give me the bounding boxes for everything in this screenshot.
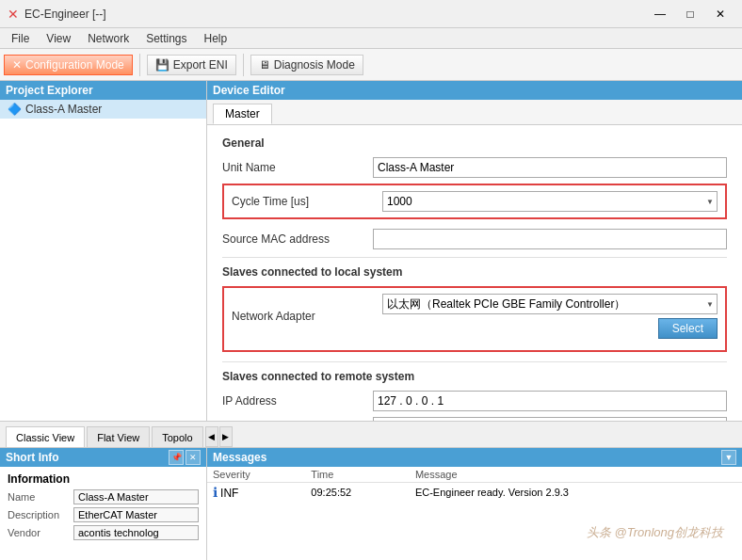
network-adapter-section: Network Adapter 以太网（Realtek PCIe GBE Fam… (222, 286, 727, 352)
short-info-title: Short Info (6, 451, 59, 464)
msg-severity-text: INF (220, 487, 238, 500)
app-icon: ✕ (8, 7, 19, 22)
msg-severity: ℹ INF (207, 483, 305, 503)
messages-header: Messages ▼ (207, 448, 742, 467)
short-info-panel: Short Info 📌 ✕ Information Name Class-A … (0, 448, 207, 560)
msg-time: 09:25:52 (305, 483, 410, 503)
left-panel: Project Explorer 🔷 Class-A Master (0, 81, 207, 421)
general-section-title: General (222, 136, 727, 150)
messages-title: Messages (213, 451, 266, 464)
tab-master[interactable]: Master (213, 104, 272, 124)
toolbar-separator-1 (139, 54, 140, 76)
title-bar: ✕ EC-Engineer [--] — □ ✕ (0, 0, 742, 28)
messages-close-button[interactable]: ▼ (721, 450, 736, 465)
info-name-label: Name (8, 491, 73, 503)
right-panel: Device Editor Master General Unit Name (207, 81, 742, 421)
config-mode-label: Configuration Mode (25, 58, 124, 72)
info-desc-value: EtherCAT Master (73, 507, 199, 522)
config-icon: ✕ (12, 58, 22, 72)
project-explorer: Project Explorer 🔷 Class-A Master (0, 81, 207, 421)
messages-panel: Messages ▼ Severity Time Message ℹ INF (207, 448, 742, 560)
menu-settings[interactable]: Settings (138, 30, 194, 47)
menu-bar: File View Network Settings Help (0, 28, 742, 49)
menu-file[interactable]: File (4, 30, 37, 47)
source-mac-row: Source MAC address (222, 229, 727, 249)
unit-name-input[interactable] (373, 157, 727, 178)
short-info-content: Information Name Class-A Master Descript… (0, 467, 206, 549)
bottom-tabs: Classic View Flat View Topolo ◀ ▶ (0, 421, 742, 447)
network-adapter-controls: 以太网（Realtek PCIe GBE Family Controller） … (382, 294, 718, 339)
app-title: EC-Engineer [--] (24, 8, 106, 21)
network-adapter-row: Network Adapter 以太网（Realtek PCIe GBE Fam… (232, 294, 718, 339)
tab-classic-view[interactable]: Classic View (6, 426, 85, 447)
divider-1 (222, 257, 727, 258)
ip-address-row: IP Address (222, 391, 727, 411)
cycle-time-label: Cycle Time [us] (232, 195, 382, 208)
diagnosis-mode-button[interactable]: 🖥 Diagnosis Mode (250, 55, 363, 75)
diag-label: Diagnosis Mode (274, 58, 355, 72)
network-select-button[interactable]: Select (658, 318, 718, 339)
slaves-local-title: Slaves connected to local system (222, 265, 727, 279)
info-vendor-label: Vendor (8, 527, 73, 538)
config-mode-button[interactable]: ✕ Configuration Mode (4, 55, 133, 75)
toolbar-separator-2 (243, 54, 244, 76)
close-button[interactable]: ✕ (706, 4, 734, 24)
info-vendor-row: Vendor acontis technolog (8, 525, 199, 540)
short-info-close-button[interactable]: ✕ (186, 450, 201, 465)
short-info-pin-button[interactable]: 📌 (169, 450, 184, 465)
ip-address-input[interactable] (373, 391, 727, 411)
tab-next-button[interactable]: ▶ (219, 426, 233, 447)
minimize-button[interactable]: — (646, 4, 674, 24)
menu-view[interactable]: View (39, 30, 78, 47)
diag-icon: 🖥 (259, 58, 270, 72)
unit-name-row: Unit Name (222, 157, 727, 178)
select-btn-row: Select (382, 318, 718, 339)
device-editor-header: Device Editor (207, 81, 742, 100)
export-eni-button[interactable]: 💾 Export ENI (147, 55, 236, 75)
messages-table: Severity Time Message ℹ INF 09:25:52 EC-… (207, 467, 742, 502)
window-controls: — □ ✕ (646, 4, 734, 24)
tab-topolo[interactable]: Topolo (152, 426, 202, 447)
short-info-header: Short Info 📌 ✕ (0, 448, 206, 467)
cycle-time-section: Cycle Time [us] 1000 500 2000 (222, 184, 727, 219)
info-name-row: Name Class-A Master (8, 489, 199, 504)
info-desc-label: Description (8, 509, 73, 520)
toolbar: ✕ Configuration Mode 💾 Export ENI 🖥 Diag… (0, 49, 742, 81)
content-area: Project Explorer 🔷 Class-A Master Device… (0, 81, 742, 421)
device-editor: Device Editor Master General Unit Name (207, 81, 742, 421)
source-mac-label: Source MAC address (222, 232, 373, 246)
cycle-time-row: Cycle Time [us] 1000 500 2000 (232, 191, 718, 212)
tree-item-classA[interactable]: 🔷 Class-A Master (0, 100, 206, 119)
project-explorer-header: Project Explorer (0, 81, 206, 100)
tab-bar: Master (207, 100, 742, 125)
maximize-button[interactable]: □ (676, 4, 704, 24)
ip-address-label: IP Address (222, 394, 373, 408)
short-info-controls: 📌 ✕ (169, 450, 201, 465)
info-name-value: Class-A Master (73, 489, 199, 504)
cycle-time-select[interactable]: 1000 500 2000 (382, 191, 718, 212)
export-label: Export ENI (173, 58, 228, 72)
col-time: Time (305, 467, 410, 483)
bottom-section: Short Info 📌 ✕ Information Name Class-A … (0, 447, 742, 560)
col-message: Message (410, 467, 742, 483)
main-container: Project Explorer 🔷 Class-A Master Device… (0, 81, 742, 560)
network-select-wrapper: 以太网（Realtek PCIe GBE Family Controller） (382, 294, 718, 314)
col-severity: Severity (207, 467, 305, 483)
network-adapter-label: Network Adapter (232, 310, 382, 323)
tab-nav-arrows: ◀ ▶ (205, 426, 233, 447)
tab-flat-view[interactable]: Flat View (87, 426, 150, 447)
menu-help[interactable]: Help (197, 30, 235, 47)
cycle-time-select-wrapper: 1000 500 2000 (382, 191, 718, 212)
export-icon: 💾 (155, 58, 169, 72)
unit-name-label: Unit Name (222, 161, 373, 174)
menu-network[interactable]: Network (80, 30, 137, 47)
info-desc-row: Description EtherCAT Master (8, 507, 199, 522)
info-vendor-value: acontis technolog (73, 525, 199, 540)
network-adapter-select[interactable]: 以太网（Realtek PCIe GBE Family Controller） (382, 294, 718, 314)
divider-2 (222, 361, 727, 362)
tab-prev-button[interactable]: ◀ (205, 426, 218, 447)
info-icon: ℹ (213, 485, 218, 500)
slaves-remote-title: Slaves connected to remote system (222, 370, 727, 383)
source-mac-input[interactable] (373, 229, 727, 249)
message-row: ℹ INF 09:25:52 EC-Engineer ready. Versio… (207, 483, 742, 503)
